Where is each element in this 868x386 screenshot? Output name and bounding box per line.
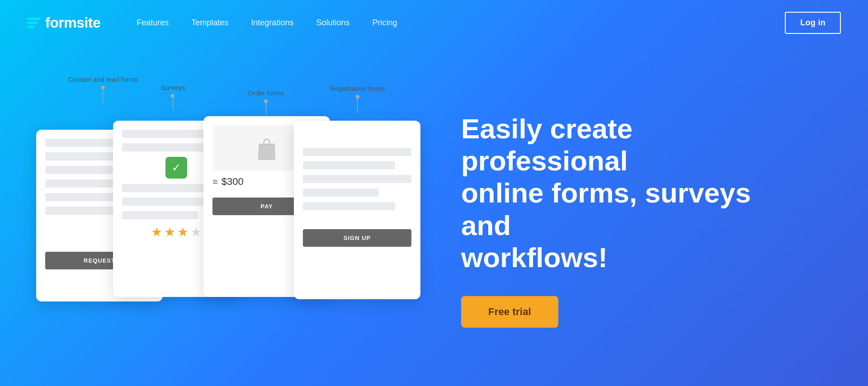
registration-signup-button[interactable]: SIGN UP xyxy=(303,229,411,247)
label-registration: Registration forms xyxy=(330,85,385,113)
placeholder xyxy=(303,202,395,210)
nav-features[interactable]: Features xyxy=(137,18,169,28)
main-content: Contact and lead forms Surveys Order for… xyxy=(0,45,868,386)
placeholder xyxy=(122,143,214,151)
label-order: Order forms xyxy=(248,89,284,115)
placeholder xyxy=(45,152,121,160)
nav-templates[interactable]: Templates xyxy=(191,18,228,28)
nav-solutions[interactable]: Solutions xyxy=(316,18,349,28)
main-nav: Features Templates Integrations Solution… xyxy=(137,18,785,28)
placeholder xyxy=(303,188,379,197)
nav-integrations[interactable]: Integrations xyxy=(251,18,293,28)
hero-title-line1: Easily create professional xyxy=(461,113,632,176)
star-1: ★ xyxy=(151,225,162,240)
hero-title-line3: workflows! xyxy=(461,242,608,273)
nav-pricing[interactable]: Pricing xyxy=(372,18,397,28)
label-line-contact xyxy=(103,89,103,103)
placeholder xyxy=(122,211,198,219)
label-surveys: Surveys xyxy=(160,84,185,110)
hero-title: Easily create professional online forms,… xyxy=(461,113,778,273)
free-trial-button[interactable]: Free trial xyxy=(461,296,558,328)
checkbox-green-icon: ✓ xyxy=(165,157,187,179)
placeholder xyxy=(45,207,121,215)
hero-content: Easily create professional online forms,… xyxy=(434,104,841,328)
label-contact: Contact and lead forms xyxy=(68,75,138,103)
label-dot-surveys xyxy=(171,94,175,98)
label-line-registration xyxy=(357,99,358,113)
logo-text: formsite xyxy=(45,14,100,31)
spacer xyxy=(303,130,411,148)
logo-icon xyxy=(27,18,40,28)
login-button[interactable]: Log in xyxy=(785,12,841,34)
placeholder xyxy=(303,175,411,183)
label-dot-order xyxy=(264,99,268,103)
label-line-order xyxy=(266,103,266,115)
logo[interactable]: formsite xyxy=(27,14,100,31)
forms-illustration: Contact and lead forms Surveys Order for… xyxy=(27,75,434,356)
menu-lines-icon: ≡ xyxy=(212,177,218,187)
price-display: $300 xyxy=(222,176,244,188)
label-dot-registration xyxy=(356,95,359,99)
placeholder xyxy=(303,161,395,169)
card-registration: SIGN UP xyxy=(294,121,420,299)
label-line-surveys xyxy=(173,98,173,110)
hero-title-line2: online forms, surveys and xyxy=(461,177,751,240)
star-4: ★ xyxy=(190,225,202,240)
placeholder xyxy=(303,148,411,156)
star-2: ★ xyxy=(164,225,175,240)
checkmark-icon: ✓ xyxy=(172,161,181,174)
star-3: ★ xyxy=(177,225,189,240)
label-dot-contact xyxy=(101,86,105,89)
placeholder xyxy=(122,198,214,206)
